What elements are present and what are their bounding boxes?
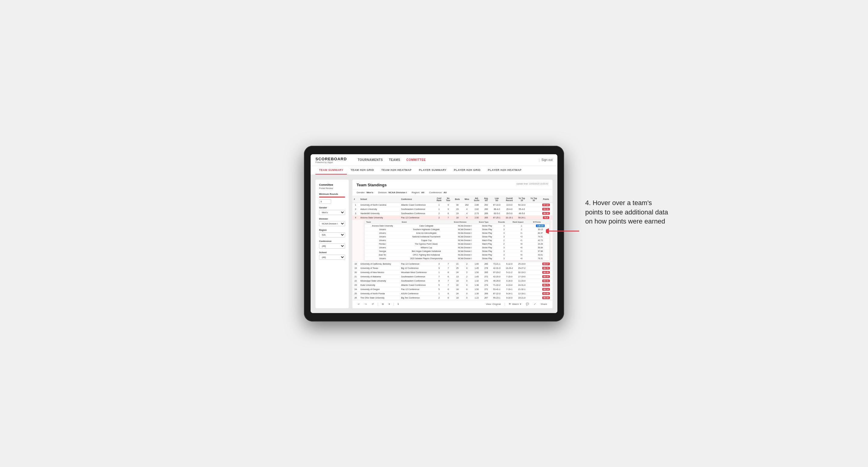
undo-btn[interactable]: ↩	[356, 302, 361, 306]
adj-score: 2.86	[471, 203, 482, 207]
refresh-btn[interactable]: ↺	[371, 302, 375, 306]
school-select[interactable]: (All)	[319, 255, 345, 260]
school: Vanderbilt University	[359, 211, 400, 215]
tooltip-col-points: W Points	[532, 220, 550, 224]
tt-rank: +1	[511, 231, 531, 235]
right-panel-header: Team Standings Update time: 13/03/2024 1…	[352, 180, 553, 189]
subnav-player-summary[interactable]: PLAYER SUMMARY	[415, 166, 450, 175]
tt-division: NCAA Division I	[453, 238, 477, 242]
vs25: 58-24-1	[516, 215, 528, 220]
copy-btn[interactable]: ⧉	[381, 302, 385, 306]
nav-teams[interactable]: TEAMS	[389, 157, 400, 163]
tt-rank: -1	[511, 227, 531, 231]
tt-type: Stroke Play	[477, 246, 497, 249]
tooltip-col-team: Team	[365, 220, 400, 224]
adj-score: 2.73	[471, 211, 482, 215]
sign-out-btn[interactable]: Sign out	[541, 158, 553, 161]
sub-nav: TEAM SUMMARY TEAM H2H GRID TEAM H2H HEAT…	[311, 166, 557, 175]
list-item: Georgia Ben Hogan Collegiate Invitationa…	[365, 249, 550, 253]
right-panel: Team Standings Update time: 13/03/2024 1…	[352, 180, 553, 308]
tt-event: 2023 Sahalee Players Championship	[400, 256, 453, 260]
points[interactable]: 88.30	[539, 211, 553, 215]
tt-type: Stroke Play	[477, 253, 497, 256]
table-container[interactable]: # School Conference ConfRank NoTour Bnds…	[352, 196, 553, 300]
division-select[interactable]: NCAA Division I	[319, 221, 345, 226]
tt-event: Williams Cup	[400, 246, 453, 249]
table-row: 1 University of North Carolina Atlantic …	[352, 203, 553, 207]
redo-btn[interactable]: ↪	[364, 302, 368, 306]
tt-type: Match Play	[477, 238, 497, 242]
tt-division: NCAA Division I	[453, 242, 477, 246]
tt-rank: +0	[511, 253, 531, 256]
info-btn[interactable]: ℹ	[397, 302, 400, 306]
min-rounds-input[interactable]	[319, 199, 331, 204]
annotation-text: 4. Hover over a team's points to see add…	[585, 198, 670, 226]
min-rounds-slider[interactable]	[319, 196, 345, 197]
top-nav-links: TOURNAMENTS TEAMS COMMITTEE	[358, 157, 531, 163]
gender-select[interactable]: Men's	[319, 210, 345, 215]
filter-region-display: Region: All	[412, 191, 424, 194]
conference-select[interactable]: (All)	[319, 244, 345, 249]
filter-min-rounds-label: Minimum Rounds	[319, 193, 345, 195]
nav-tournaments[interactable]: TOURNAMENTS	[358, 157, 383, 163]
subnav-team-summary[interactable]: TEAM SUMMARY	[315, 166, 347, 175]
subnav-team-h2h-heatmap[interactable]: TEAM H2H HEATMAP	[378, 166, 415, 175]
region-select[interactable]: N/A	[319, 232, 345, 238]
col-adj-score: Adj.Score	[471, 196, 482, 203]
left-panel-title: Committee	[319, 183, 345, 186]
vs50	[528, 215, 539, 220]
low-sg: 87-25-1	[491, 215, 503, 220]
points[interactable]: 93.31	[539, 207, 553, 211]
col-overall: OverallRecord	[503, 196, 515, 203]
subnav-player-h2h-heatmap[interactable]: PLAYER H2H HEATMAP	[484, 166, 525, 175]
avg-sg: 252	[482, 203, 491, 207]
wins: 262	[462, 203, 471, 207]
nav-committee[interactable]: COMMITTEE	[406, 157, 426, 163]
rank: 3	[352, 211, 359, 215]
filter-conference-display: Conference: All	[429, 191, 447, 194]
col-low-sg: LowSG	[491, 196, 503, 203]
conf-rank: 2	[434, 211, 444, 215]
logo-area: SCOREBOARD Powered by clippd	[315, 157, 347, 163]
filter-gender: Gender Men's	[319, 206, 345, 215]
expand-btn[interactable]: ⤢	[533, 302, 537, 306]
points[interactable]: 78.5	[539, 215, 553, 220]
table-row: 19 University of Texas Big 12 Conference…	[352, 266, 553, 270]
subnav-team-h2h-grid[interactable]: TEAM H2H GRID	[347, 166, 378, 175]
standings-table: # School Conference ConfRank NoTour Bnds…	[352, 196, 553, 300]
points[interactable]: 97.02	[539, 203, 553, 207]
tt-event: Ben Hogan Collegiate Invitational	[400, 249, 453, 253]
filter-gender-display: Gender: Men's	[356, 191, 373, 194]
tt-type: Match Play	[477, 242, 497, 246]
tt-points: 97.88	[532, 249, 550, 253]
tt-team: Univers	[365, 235, 400, 238]
comment-btn[interactable]: 💬	[525, 302, 530, 306]
vs25: 50-10-0	[516, 203, 528, 207]
subnav-player-h2h-grid[interactable]: PLAYER H2H GRID	[450, 166, 484, 175]
overall: 33-19-1	[503, 215, 515, 220]
wins: 4	[462, 215, 471, 220]
vs25: 46-5-0	[516, 211, 528, 215]
filter-min-rounds: Minimum Rounds	[319, 193, 345, 204]
tt-team: Univers	[365, 238, 400, 242]
tt-points: 84.97	[532, 231, 550, 235]
adj-score: 2.50	[471, 215, 482, 220]
vs50	[528, 207, 539, 211]
overall: 13-9-0	[503, 203, 515, 207]
table-row: 3 Vanderbilt University Southeastern Con…	[352, 211, 553, 215]
view-original-btn[interactable]: View: Original	[485, 302, 502, 306]
tooltip-expanded-row: Team Event Event Division Event Type Rou…	[352, 220, 553, 261]
list-item: Univers Williams Cup NCAA Division I Str…	[365, 246, 550, 249]
tt-type: Stroke Play	[477, 235, 497, 238]
tt-team: Georgia	[365, 249, 400, 253]
more-btn[interactable]: ▾	[388, 302, 391, 306]
share-btn[interactable]: Share	[539, 302, 548, 306]
tt-event: Cabo Collegiate	[400, 224, 453, 227]
rank: 4	[352, 215, 359, 220]
highlighted-table-row: 4 Arizona State University Pac-12 Confer…	[352, 215, 553, 220]
watch-btn[interactable]: 👁 Watch ▾	[507, 302, 522, 306]
separator: |	[394, 303, 394, 306]
tt-points: 42.73	[532, 238, 550, 242]
bnds: 30	[453, 203, 462, 207]
tt-division: NCAA Division I	[453, 227, 477, 231]
